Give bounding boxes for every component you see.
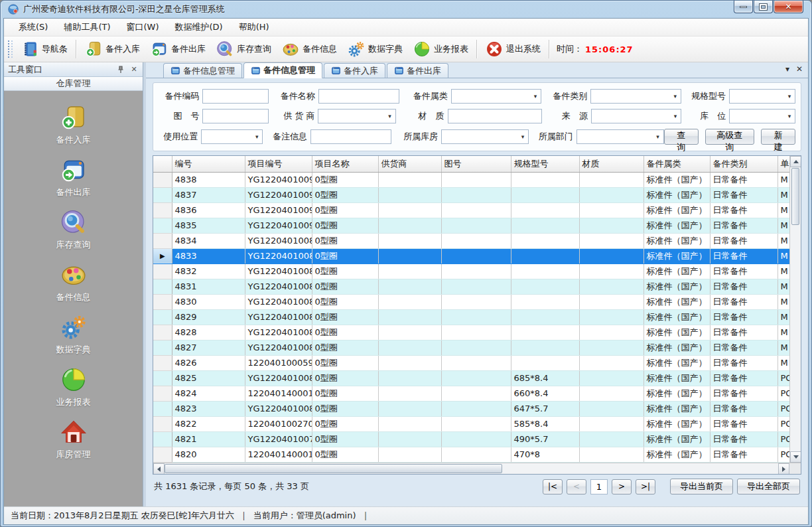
toolbar-exit-system[interactable]: 退出系统 [480,38,546,60]
toolbar-business-report[interactable]: 业务报表 [408,38,474,60]
column-header-material[interactable]: 材质 [579,156,643,172]
row-selector[interactable] [153,233,172,248]
nav-parts-inbound[interactable]: 备件入库 [56,104,91,146]
tab-parts-info-management-1[interactable]: 备件信息管理 [163,63,242,78]
table-row[interactable]: 482612204010005990型圈标准件（国产）日常备件M [153,355,789,370]
advanced-query-button[interactable]: 高级查询 [705,129,754,145]
part-type-select[interactable]: ▾ [590,89,681,104]
table-row[interactable]: 4828YG122040100830型圈标准件（国产）日常备件M [153,325,789,340]
nav-business-report[interactable]: 业务报表 [56,366,91,408]
new-button[interactable]: 新建 [761,129,795,145]
nav-group-warehouse[interactable]: 仓库管理 [4,77,143,91]
row-selector[interactable] [153,172,172,187]
column-header-unit[interactable]: 单位 [778,156,789,172]
prev-page-button[interactable]: < [567,479,586,494]
close-button[interactable]: ✕ [774,1,803,13]
warehouse-select[interactable]: ▾ [441,129,529,144]
location-select[interactable]: ▾ [729,109,795,123]
column-header-project-no[interactable]: 项目编号 [245,156,312,172]
supplier-select[interactable]: ▾ [318,109,395,123]
scroll-up-button[interactable] [790,156,801,167]
table-row[interactable]: 482412204014000120型圈660*8.4标准件（国产）日常备件PC [153,386,789,401]
tab-list-button[interactable]: ▾ [785,64,789,74]
row-selector[interactable] [153,202,172,218]
nav-stock-query[interactable]: 库存查询 [56,209,91,251]
row-selector[interactable] [153,279,172,294]
part-name-input[interactable] [318,89,399,104]
scroll-down-button[interactable] [790,451,801,463]
nav-data-dictionary[interactable]: 数据字典 [56,314,91,356]
table-row[interactable]: 4836YG122040100910型圈标准件（国产）日常备件M [153,202,789,218]
column-header-supplier[interactable]: 供货商 [378,156,441,172]
tab-parts-info-management-2[interactable]: 备件信息管理 [243,62,322,78]
spec-model-select[interactable]: ▾ [729,89,795,104]
row-selector[interactable] [153,401,172,416]
table-row[interactable]: 4829YG122040100840型圈标准件（国产）日常备件M [153,309,789,325]
toolbar-parts-info[interactable]: 备件信息 [277,38,342,60]
minimize-button[interactable] [734,1,753,13]
toolbar-parts-inbound[interactable]: 备件入库 [80,38,145,60]
tab-close-button[interactable]: ✕ [796,64,803,74]
menu-tools[interactable]: 辅助工具(T) [56,19,118,36]
table-row[interactable]: 4821YG122040100790型圈490*5.7标准件（国产）日常备件PC [153,431,789,447]
menu-data-maintenance[interactable]: 数据维护(D) [167,19,231,36]
row-selector[interactable]: ▶ [153,248,172,264]
column-header-part-class[interactable]: 备件属类 [643,156,710,172]
department-select[interactable]: ▾ [576,129,664,144]
vertical-scroll-thumb[interactable] [791,168,799,225]
row-selector[interactable] [153,447,172,462]
table-row[interactable]: 4832YG122040100870型圈标准件（国产）日常备件M [153,264,789,279]
table-row[interactable]: ▶4833YG122040100880型圈标准件（国产）日常备件M [153,248,789,264]
row-selector[interactable] [153,340,172,355]
page-number-input[interactable] [590,479,608,494]
toolbar-stock-query[interactable]: 库存查询 [211,38,277,60]
row-selector[interactable] [153,416,172,431]
table-row[interactable]: 4835YG122040100900型圈标准件（国产）日常备件M [153,218,789,233]
row-selector[interactable] [153,218,172,233]
row-selector[interactable] [153,431,172,447]
drawing-no-input[interactable] [202,109,269,123]
pin-icon[interactable] [116,65,125,74]
horizontal-scroll-thumb[interactable] [165,464,502,473]
table-row[interactable]: 4838YG122040100930型圈标准件（国产）日常备件M [153,172,789,187]
tab-parts-inbound[interactable]: 备件入库 [324,63,385,78]
source-select[interactable]: ▾ [591,109,681,123]
menu-system[interactable]: 系统(S) [11,19,56,36]
row-selector[interactable] [153,187,172,202]
scroll-right-button[interactable] [778,463,789,475]
part-code-input[interactable] [202,89,269,104]
scroll-left-button[interactable] [153,463,165,475]
menu-help[interactable]: 帮助(H) [231,19,277,36]
toolbar-nav-bar[interactable]: 导航条 [16,38,73,60]
export-current-page-button[interactable]: 导出当前页 [670,479,733,494]
first-page-button[interactable]: |< [543,479,563,494]
nav-parts-outbound[interactable]: 备件出库 [56,157,91,198]
menu-window[interactable]: 窗口(W) [119,19,167,36]
part-class-select[interactable]: ▾ [451,89,541,104]
row-selector[interactable] [153,355,172,370]
remark-input[interactable] [310,129,391,144]
table-row[interactable]: 4831YG122040100860型圈标准件（国产）日常备件M [153,279,789,294]
column-header-spec[interactable]: 规格型号 [511,156,579,172]
table-row[interactable]: 4834YG122040100890型圈标准件（国产）日常备件M [153,233,789,248]
maximize-button[interactable] [754,1,773,13]
row-selector[interactable] [153,386,172,401]
table-row[interactable]: 4827YG122040100820型圈标准件（国产）日常备件M [153,340,789,355]
column-header-part-type[interactable]: 备件类别 [710,156,778,172]
tab-parts-outbound[interactable]: 备件出库 [387,63,448,78]
toolbar-parts-outbound[interactable]: 备件出库 [145,38,211,60]
panel-close-icon[interactable]: ✕ [129,65,139,74]
column-header-project-name[interactable]: 项目名称 [312,156,378,172]
nav-parts-info[interactable]: 备件信息 [56,262,91,303]
table-row[interactable]: 482012204014000130型圈470*8标准件（国产）日常备件PC [153,447,789,462]
table-row[interactable]: 4837YG122040100920型圈标准件（国产）日常备件M [153,187,789,202]
table-row[interactable]: 4825YG122040100810型圈685*8.4标准件（国产）日常备件PC [153,370,789,386]
export-all-pages-button[interactable]: 导出全部页 [737,479,800,494]
column-header-id[interactable]: 编号 [172,156,245,172]
table-row[interactable]: 4823YG122040100800型圈647*5.7标准件（国产）日常备件PC [153,401,789,416]
table-row[interactable]: 482212204010027000型圈585*8.4标准件（国产）日常备件PC [153,416,789,431]
column-header-drawing-no[interactable]: 图号 [441,156,511,172]
last-page-button[interactable]: >| [636,479,655,494]
row-selector[interactable] [153,325,172,340]
row-selector[interactable] [153,370,172,386]
